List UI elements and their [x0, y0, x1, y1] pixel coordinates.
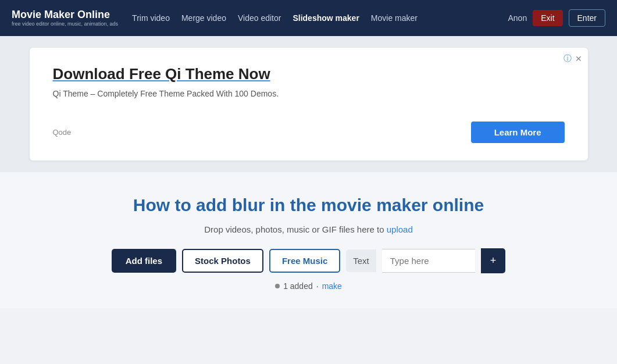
ad-heading: Download Free Qi Theme Now — [53, 65, 565, 83]
status-separator: · — [316, 281, 319, 291]
ad-brand: Qode — [53, 128, 72, 137]
user-label: Anon — [508, 13, 527, 23]
brand-subtitle: free video editor online, music, animati… — [12, 21, 118, 27]
free-music-button[interactable]: Free Music — [269, 249, 340, 273]
upload-link[interactable]: upload — [387, 224, 413, 234]
status-row: 1 added · make — [12, 281, 605, 291]
stock-photos-button[interactable]: Stock Photos — [182, 249, 263, 273]
navbar: Movie Maker Online free video editor onl… — [0, 0, 617, 36]
ad-section: ⓘ ✕ Download Free Qi Theme Now Qi Theme … — [0, 36, 617, 172]
enter-button[interactable]: Enter — [569, 9, 605, 27]
ad-close-icon[interactable]: ✕ — [575, 54, 582, 63]
navbar-right: Anon Exit Enter — [508, 9, 605, 27]
nav-merge-video[interactable]: Merge video — [181, 13, 226, 23]
brand-title: Movie Maker Online — [12, 9, 118, 22]
nav-links: Trim video Merge video Video editor Slid… — [132, 13, 494, 23]
ad-footer: Qode Learn More — [53, 122, 565, 143]
drop-text: Drop videos, photos, music or GIF files … — [12, 224, 605, 234]
make-link[interactable]: make — [322, 281, 342, 291]
nav-trim-video[interactable]: Trim video — [132, 13, 170, 23]
drop-text-label: Drop videos, photos, music or GIF files … — [204, 224, 384, 234]
nav-video-editor[interactable]: Video editor — [238, 13, 281, 23]
ad-subtext: Qi Theme – Completely Free Theme Packed … — [53, 89, 565, 98]
status-dot — [275, 284, 280, 288]
ad-controls: ⓘ ✕ — [563, 53, 582, 64]
learn-more-button[interactable]: Learn More — [471, 122, 565, 143]
status-count: 1 added — [283, 281, 313, 291]
nav-movie-maker[interactable]: Movie maker — [371, 13, 418, 23]
ad-container: ⓘ ✕ Download Free Qi Theme Now Qi Theme … — [30, 48, 588, 160]
text-input[interactable] — [382, 249, 475, 273]
add-files-button[interactable]: Add files — [112, 249, 176, 273]
brand: Movie Maker Online free video editor onl… — [12, 9, 118, 27]
action-row: Add files Stock Photos Free Music Text + — [12, 248, 605, 273]
text-label: Text — [346, 249, 376, 272]
nav-slideshow-maker[interactable]: Slideshow maker — [293, 13, 359, 23]
main-content: How to add blur in the movie maker onlin… — [0, 172, 617, 308]
plus-button[interactable]: + — [481, 248, 506, 273]
exit-button[interactable]: Exit — [533, 10, 562, 26]
ad-info-icon[interactable]: ⓘ — [563, 53, 572, 64]
main-heading: How to add blur in the movie maker onlin… — [12, 195, 605, 215]
